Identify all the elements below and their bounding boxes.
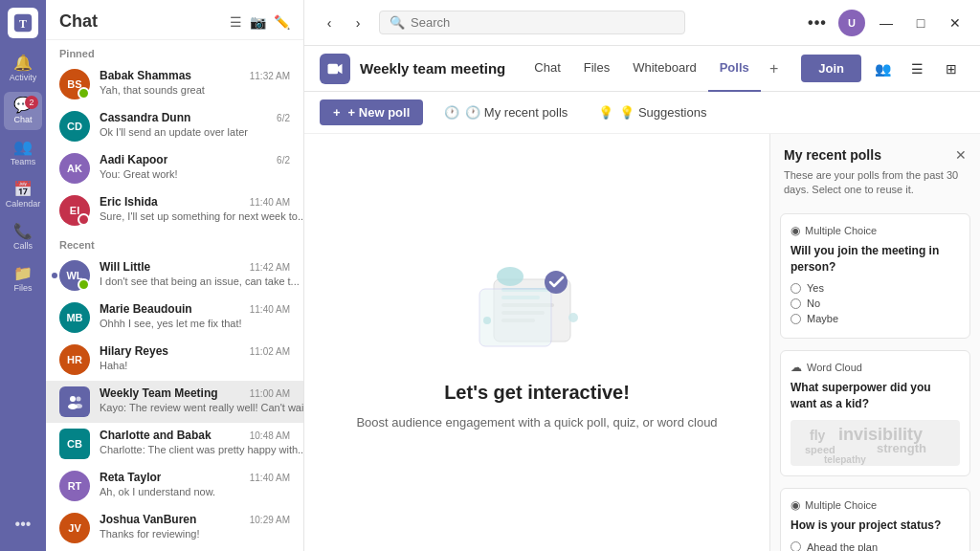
chat-time: 11:42 AM: [250, 262, 290, 273]
poll-card-3[interactable]: ◉ Multiple Choice How is your project st…: [780, 488, 970, 551]
chat-preview: Ohhh I see, yes let me fix that!: [100, 318, 242, 329]
polls-main: Let's get interactive! Boost audience en…: [304, 134, 980, 551]
svg-point-16: [545, 271, 568, 294]
avatar-cassandra: CD: [59, 111, 90, 142]
nav-item-chat[interactable]: 2 💬 Chat: [4, 92, 42, 130]
chat-name: Babak Shammas: [100, 69, 191, 82]
polls-interactive-subtitle: Boost audience engagement with a quick p…: [356, 415, 717, 430]
maximize-button[interactable]: □: [907, 10, 934, 36]
chat-item-reta[interactable]: RT Reta Taylor 11:40 AM Ah, ok I underst…: [46, 465, 303, 507]
close-button[interactable]: ✕: [942, 10, 969, 36]
chat-time: 10:29 AM: [250, 515, 290, 525]
calls-icon: 📞: [13, 224, 33, 239]
svg-point-5: [75, 404, 82, 408]
svg-point-3: [77, 397, 81, 402]
search-bar: 🔍: [379, 11, 685, 34]
chat-item-cassandra[interactable]: CD Cassandra Dunn 6/2 Ok I'll send an up…: [46, 105, 303, 147]
recent-label: Recent: [46, 231, 303, 254]
close-panel-button[interactable]: ✕: [955, 147, 967, 163]
chat-preview: Yah, that sounds great: [100, 84, 205, 96]
svg-point-17: [568, 313, 578, 322]
chat-item-hilary[interactable]: HR Hilary Reyes 11:02 AM Haha!: [46, 339, 303, 381]
word-cloud-icon: ☁: [791, 361, 802, 374]
chat-name: Joshua VanBuren: [100, 513, 196, 526]
back-button[interactable]: ‹: [316, 10, 343, 36]
avatar-babak: BS: [59, 69, 90, 99]
nav-item-more[interactable]: •••: [4, 505, 42, 543]
chat-item-eric[interactable]: EI Eric Ishida 11:40 AM Sure, I'll set u…: [46, 189, 303, 231]
more-options-button[interactable]: •••: [804, 10, 831, 36]
plus-icon: +: [333, 105, 341, 120]
nav-item-calls[interactable]: 📞 Calls: [4, 218, 42, 256]
poll-option-maybe: Maybe: [791, 313, 960, 324]
tab-polls[interactable]: Polls: [708, 46, 761, 92]
radio-maybe: [791, 314, 801, 324]
chat-name: Reta Taylor: [100, 471, 161, 484]
nav-item-calendar[interactable]: 📅 Calendar: [4, 176, 42, 214]
polls-illustration: [460, 255, 613, 370]
poll-option-ahead: Ahead the plan: [791, 541, 960, 551]
poll-card-2[interactable]: ☁ Word Cloud What superpower did you wan…: [780, 350, 970, 476]
video-icon[interactable]: 📷: [250, 14, 266, 30]
chat-item-marie[interactable]: MB Marie Beaudouin 11:40 AM Ohhh I see, …: [46, 297, 303, 339]
compose-icon[interactable]: ✏️: [274, 14, 290, 30]
avatar-will: WL: [59, 260, 90, 291]
join-button[interactable]: Join: [801, 55, 861, 82]
filter-icon[interactable]: ☰: [230, 14, 242, 30]
more-meeting-button[interactable]: ⊞: [938, 55, 965, 82]
tab-whiteboard[interactable]: Whiteboard: [621, 46, 707, 92]
meeting-title: Weekly team meeting: [360, 60, 505, 77]
chat-preview: Haha!: [100, 360, 127, 371]
poll-type-2: Word Cloud: [807, 362, 862, 373]
list-button[interactable]: ☰: [903, 55, 930, 82]
chat-time: 10:48 AM: [250, 430, 290, 441]
search-input[interactable]: [411, 15, 675, 30]
meeting-icon: [320, 54, 350, 84]
tab-files[interactable]: Files: [572, 46, 621, 92]
meeting-tabs: Chat Files Whiteboard Polls +: [523, 46, 787, 92]
multiple-choice-icon-3: ◉: [791, 498, 800, 512]
chat-item-charlotte[interactable]: CB Charlotte and Babak 10:48 AM Charlott…: [46, 423, 303, 465]
chat-preview: Kayo: The review went really well! Can't…: [100, 402, 303, 413]
chat-time: 11:32 AM: [250, 71, 290, 81]
suggestions-button[interactable]: 💡 💡 Suggestions: [589, 99, 716, 125]
polls-center: Let's get interactive! Boost audience en…: [304, 134, 769, 551]
chat-item-joshua[interactable]: JV Joshua VanBuren 10:29 AM Thanks for r…: [46, 507, 303, 549]
add-tab-button[interactable]: +: [761, 46, 788, 92]
avatar-charlotte: CB: [59, 429, 90, 459]
chat-item-will[interactable]: WL Will Little 11:42 AM I don't see that…: [46, 254, 303, 297]
chat-item-aadi[interactable]: AK Aadi Kapoor 6/2 You: Great work!: [46, 147, 303, 189]
forward-button[interactable]: ›: [345, 10, 371, 36]
chat-panel: Chat ☰ 📷 ✏️ Pinned BS Babak Shammas 11:3…: [46, 0, 304, 551]
nav-item-activity[interactable]: 🔔 Activity: [4, 50, 42, 88]
polls-interactive-title: Let's get interactive!: [444, 382, 630, 404]
word-cloud-preview: fly invisibility speed strength telepath…: [791, 420, 960, 466]
radio-yes: [791, 283, 801, 294]
nav-item-teams[interactable]: 👥 Teams: [4, 134, 42, 172]
my-recent-polls-button[interactable]: 🕐 🕐 My recent polls: [434, 99, 577, 125]
poll-card-1[interactable]: ◉ Multiple Choice Will you join the meet…: [780, 213, 970, 340]
chat-name: Will Little: [100, 260, 150, 274]
participants-button[interactable]: 👥: [869, 55, 896, 82]
app-logo[interactable]: T: [8, 8, 38, 38]
new-poll-button[interactable]: + + New poll: [320, 99, 423, 125]
chat-list: Pinned BS Babak Shammas 11:32 AM Yah, th…: [46, 40, 303, 551]
poll-type-1: Multiple Choice: [805, 225, 877, 236]
chat-time: 6/2: [277, 113, 290, 123]
poll-type-3: Multiple Choice: [805, 499, 877, 511]
nav-item-files[interactable]: 📁 Files: [4, 260, 42, 298]
poll-option-no: No: [791, 298, 960, 309]
svg-text:T: T: [19, 17, 27, 31]
chat-time: 11:00 AM: [250, 388, 290, 399]
recent-polls-panel: My recent polls ✕ These are your polls f…: [769, 134, 980, 551]
avatar-weekly: [59, 386, 90, 417]
chat-name: Weekly Team Meeting: [100, 386, 218, 400]
user-avatar[interactable]: U: [838, 10, 865, 36]
tab-chat[interactable]: Chat: [523, 46, 571, 92]
minimize-button[interactable]: —: [873, 10, 900, 36]
chat-time: 11:40 AM: [250, 473, 290, 483]
chat-item-weekly[interactable]: Weekly Team Meeting 11:00 AM Kayo: The r…: [46, 381, 303, 423]
avatar-hilary: HR: [59, 344, 90, 375]
chat-item-babak[interactable]: BS Babak Shammas 11:32 AM Yah, that soun…: [46, 63, 303, 105]
svg-point-18: [483, 317, 491, 324]
